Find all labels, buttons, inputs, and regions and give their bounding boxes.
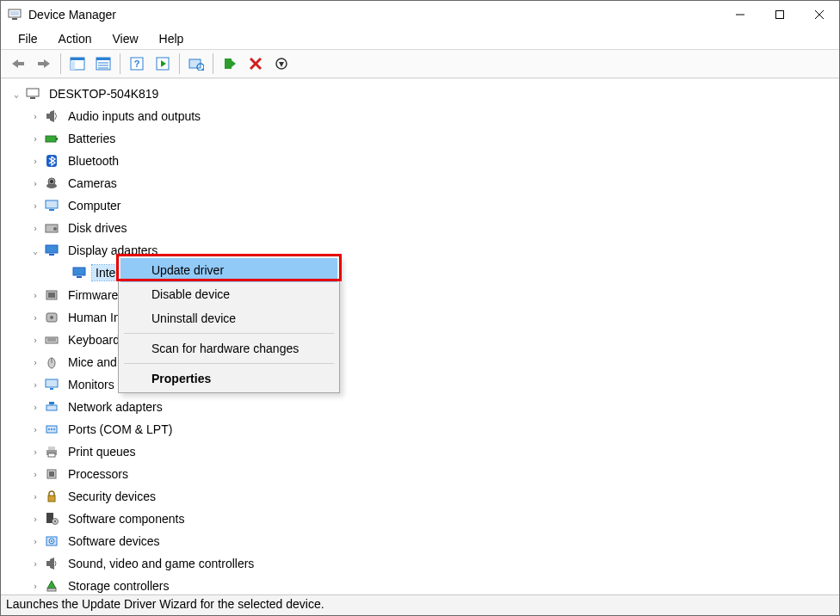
svg-marker-9 [44,59,50,68]
svg-point-53 [50,316,53,319]
forward-button[interactable] [32,52,56,76]
tree-item-label: Computer [68,199,120,213]
svg-rect-37 [56,138,58,140]
svg-rect-49 [77,276,82,278]
expander-icon[interactable]: › [28,559,42,569]
status-text: Launches the Update Driver Wizard for th… [6,597,324,611]
tree-category-4[interactable]: ›Computer [3,194,837,217]
expander-icon[interactable]: ⌄ [28,246,42,256]
context-menu-item-uninstall-device[interactable]: Uninstall device [120,306,337,330]
ports-icon [44,422,59,437]
menu-action[interactable]: Action [50,30,101,47]
svg-rect-15 [96,58,110,60]
tree-category-0[interactable]: ›Audio inputs and outputs [3,105,837,127]
help-button[interactable]: ? [125,52,149,76]
expander-icon[interactable]: ⌄ [9,89,23,99]
svg-rect-8 [18,62,24,65]
expander-icon[interactable]: › [28,336,42,345]
title-bar: Device Manager [1,1,839,28]
component-icon [44,511,59,527]
expander-icon[interactable]: › [28,358,42,367]
svg-rect-43 [49,209,54,211]
tree-item-label: Software devices [68,534,160,548]
maximize-button[interactable] [760,1,800,28]
tree-category-17[interactable]: ›Software components [3,508,837,530]
tree-category-14[interactable]: ›Print queues [3,440,837,463]
mouse-icon [44,354,59,370]
svg-rect-26 [225,59,232,69]
tree-category-3[interactable]: ›Cameras [3,172,837,194]
disable-button[interactable] [269,52,293,76]
menu-view[interactable]: View [103,30,146,47]
tree-category-2[interactable]: ›Bluetooth [3,150,837,172]
expander-icon[interactable]: › [28,447,42,457]
toolbar: ? [1,49,839,78]
tree-item-label: Audio inputs and outputs [68,109,201,123]
scan-hardware-button[interactable] [184,52,208,76]
security-icon [44,489,59,504]
uninstall-button[interactable] [244,52,268,76]
tree-category-12[interactable]: ›Network adapters [3,396,837,418]
context-menu-item-disable-device[interactable]: Disable device [120,282,337,306]
expander-icon[interactable]: › [28,313,42,323]
tree-category-18[interactable]: ›Software devices [3,530,837,552]
show-hide-tree-button[interactable] [65,52,90,76]
svg-rect-62 [49,402,54,404]
tree-item-label: Keyboards [68,333,126,347]
update-driver-button[interactable] [218,52,242,76]
expander-icon[interactable]: › [28,112,42,121]
svg-rect-47 [49,254,54,256]
tree-item-label: Cameras [68,176,117,190]
expander-icon[interactable]: › [28,582,42,591]
svg-rect-70 [48,453,55,457]
svg-marker-27 [232,60,236,67]
action-button[interactable] [151,52,175,76]
expander-icon[interactable]: › [28,514,42,524]
tree-category-15[interactable]: ›Processors [3,463,837,485]
minimize-button[interactable] [720,1,760,28]
tree-root[interactable]: ⌄DESKTOP-504K819 [3,83,837,105]
tree-category-16[interactable]: ›Security devices [3,485,837,508]
expander-icon[interactable]: › [28,134,42,144]
expander-icon[interactable]: › [28,291,42,300]
svg-rect-82 [47,588,56,591]
svg-rect-32 [27,89,39,96]
expander-icon[interactable]: › [28,537,42,546]
status-bar: Launches the Update Driver Wizard for th… [1,594,839,615]
tree-category-20[interactable]: ›Storage controllers [3,575,837,594]
expander-icon[interactable]: › [28,470,42,479]
expander-icon[interactable]: › [28,224,42,233]
expander-icon[interactable]: › [28,492,42,502]
expander-icon[interactable]: › [28,425,42,434]
tree-category-5[interactable]: ›Disk drives [3,217,837,239]
svg-point-65 [48,428,50,430]
expander-icon[interactable]: › [28,157,42,166]
tree-item-label: DESKTOP-504K819 [49,87,158,101]
expander-icon[interactable]: › [28,403,42,412]
svg-rect-46 [46,245,58,253]
svg-rect-59 [46,379,58,387]
svg-rect-72 [49,471,54,477]
svg-rect-2 [12,18,17,20]
tree-category-1[interactable]: ›Batteries [3,127,837,150]
tree-category-19[interactable]: ›Sound, video and game controllers [3,552,837,575]
expander-icon[interactable]: › [28,380,42,390]
expander-icon[interactable]: › [28,201,42,211]
printer-icon [44,444,59,459]
menu-file[interactable]: File [9,30,46,47]
svg-rect-36 [46,136,56,142]
close-button[interactable] [800,1,839,28]
menu-bar: File Action View Help [1,28,839,49]
context-menu-item-properties[interactable]: Properties [120,367,337,391]
tree-category-13[interactable]: ›Ports (COM & LPT) [3,418,837,440]
tree-item-label: Firmware [68,288,118,302]
storage-icon [44,578,59,594]
svg-rect-60 [50,388,53,390]
menu-help[interactable]: Help [151,30,193,47]
context-menu-item-scan-for-hardware-changes[interactable]: Scan for hardware changes [120,336,337,360]
svg-rect-42 [46,200,58,208]
details-button[interactable] [91,52,115,76]
back-button[interactable] [6,52,30,76]
context-menu-item-update-driver[interactable]: Update driver [120,258,337,282]
expander-icon[interactable]: › [28,179,42,188]
